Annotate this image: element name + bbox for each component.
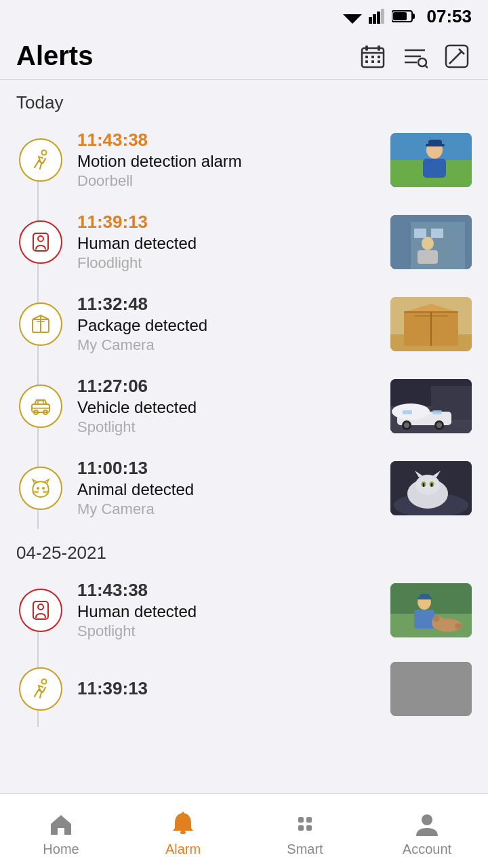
svg-line-25 (449, 61, 452, 64)
alert-source: Floodlight (77, 254, 382, 272)
timeline-col (16, 384, 65, 428)
svg-rect-104 (306, 817, 312, 823)
alert-thumbnail[interactable] (390, 662, 472, 716)
svg-point-40 (422, 237, 434, 250)
thumb-svg (390, 662, 472, 716)
svg-rect-16 (371, 60, 374, 63)
svg-rect-100 (390, 662, 472, 716)
alert-item[interactable]: 11:00:13 Animal detected My Camera (0, 447, 488, 529)
thumb-img (390, 133, 472, 187)
nav-alarm-label: Alarm (165, 842, 201, 857)
svg-rect-2 (373, 14, 376, 24)
thumb-img (390, 583, 472, 637)
timeline-col (16, 220, 65, 264)
svg-line-76 (43, 492, 47, 493)
alert-source: My Camera (77, 336, 382, 354)
signal-icon (369, 9, 385, 24)
alert-thumbnail[interactable] (390, 461, 472, 515)
svg-line-22 (425, 65, 428, 68)
calendar-button[interactable] (358, 41, 388, 71)
motion-icon (29, 149, 52, 172)
vehicle-icon-circle (19, 384, 62, 428)
alert-thumbnail[interactable] (390, 583, 472, 637)
wifi-icon (343, 9, 362, 24)
status-time: 07:53 (427, 6, 472, 27)
nav-smart[interactable]: Smart (244, 805, 366, 857)
alert-item[interactable]: 11:43:38 Motion detection alarm Doorbell (0, 119, 488, 201)
svg-rect-14 (378, 56, 380, 58)
alert-item[interactable]: 11:43:38 Human detected Spotlight (0, 569, 488, 651)
alert-desc: Motion detection alarm (77, 152, 382, 171)
svg-line-24 (452, 52, 462, 61)
search-filter-button[interactable] (400, 41, 430, 71)
alert-item[interactable]: 11:39:13 Human detected Floodlight (0, 201, 488, 283)
motion2-icon-circle (19, 667, 62, 711)
alert-item[interactable]: 11:27:06 Vehicle detected Spotlight (0, 365, 488, 447)
svg-line-75 (34, 492, 39, 493)
thumb-img (390, 461, 472, 515)
timeline-col (16, 138, 65, 182)
alert-item[interactable]: 11:39:13 (0, 651, 488, 727)
alert-list: Today 11:43:38 Motion detection alarm Do… (0, 80, 488, 727)
alert-thumbnail[interactable] (390, 215, 472, 269)
timeline-col (16, 589, 65, 632)
human-icon (29, 599, 52, 622)
motion-icon-circle (19, 138, 62, 182)
thumb-svg (390, 215, 472, 269)
svg-rect-41 (418, 250, 438, 264)
motion-icon (29, 677, 52, 701)
nav-home[interactable]: Home (0, 805, 122, 857)
alert-source: Spotlight (77, 623, 382, 640)
svg-point-72 (42, 487, 45, 490)
alert-time: 11:43:38 (77, 130, 382, 151)
svg-rect-94 (418, 597, 432, 599)
status-icons (343, 9, 415, 24)
alert-desc: Package detected (77, 316, 382, 335)
nav-account[interactable]: Account (366, 805, 488, 857)
alert-thumbnail[interactable] (390, 297, 472, 351)
svg-rect-15 (365, 60, 368, 63)
home-icon (47, 810, 75, 837)
alert-time: 11:32:48 (77, 294, 382, 315)
smart-icon (291, 810, 319, 837)
alert-source: My Camera (77, 500, 382, 518)
alert-time: 11:27:06 (77, 376, 382, 397)
svg-point-97 (433, 615, 440, 622)
svg-rect-12 (365, 56, 368, 58)
page-title: Alerts (16, 41, 93, 71)
alert-content: 11:00:13 Animal detected My Camera (65, 458, 382, 518)
svg-marker-69 (33, 479, 37, 484)
alert-desc: Human detected (77, 602, 382, 621)
alert-item[interactable]: 11:32:48 Package detected My Camera (0, 283, 488, 365)
nav-home-label: Home (43, 842, 79, 857)
thumb-svg (390, 583, 472, 637)
timeline-col (16, 302, 65, 346)
svg-point-88 (38, 604, 43, 610)
svg-marker-70 (44, 479, 49, 484)
alarm-icon (169, 810, 197, 837)
thumb-svg (390, 297, 472, 351)
section-today: Today (0, 80, 488, 119)
svg-point-80 (415, 475, 440, 495)
svg-rect-68 (432, 410, 442, 414)
nav-alarm[interactable]: Alarm (122, 805, 244, 857)
svg-rect-101 (180, 831, 186, 834)
svg-rect-103 (298, 817, 304, 823)
human2-icon-circle (19, 589, 62, 632)
nav-account-label: Account (403, 842, 451, 857)
section-date: 04-25-2021 (0, 529, 488, 569)
alert-thumbnail[interactable] (390, 379, 472, 433)
svg-rect-17 (378, 60, 380, 63)
package-icon-circle (19, 302, 62, 346)
alert-time: 11:00:13 (77, 458, 382, 479)
alert-source: Doorbell (77, 172, 382, 190)
edit-button[interactable] (442, 41, 472, 71)
svg-rect-10 (365, 45, 368, 51)
svg-rect-92 (414, 610, 434, 629)
svg-rect-1 (369, 17, 372, 24)
svg-point-64 (404, 422, 409, 428)
alert-content: 11:43:38 Human detected Spotlight (65, 580, 382, 640)
alert-thumbnail[interactable] (390, 133, 472, 187)
svg-rect-38 (414, 229, 426, 238)
search-filter-icon (402, 43, 428, 69)
